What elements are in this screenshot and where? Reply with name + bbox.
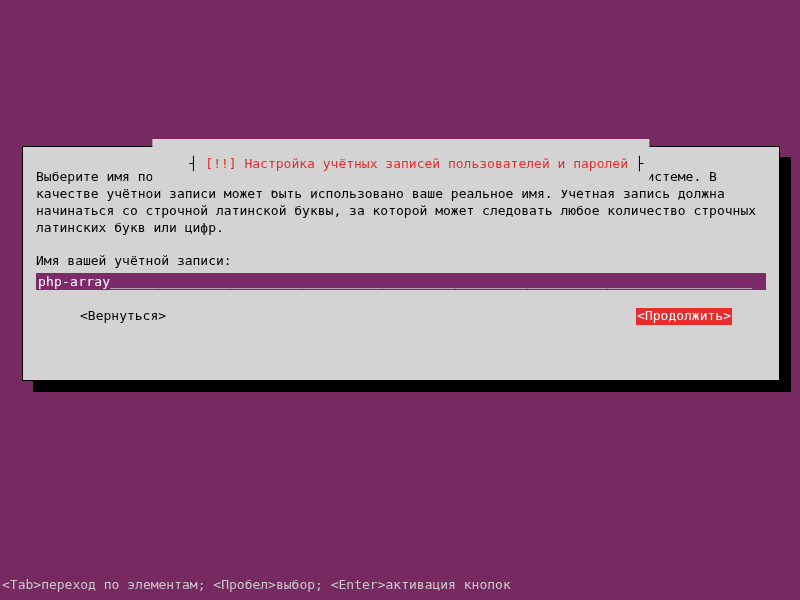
dialog-title: ┤ [!!] Настройка учётных записей пользов…: [152, 139, 649, 190]
title-bracket-right: ├: [636, 156, 644, 171]
prompt-label: Имя вашей учётной записи:: [36, 253, 766, 270]
dialog: ┤ [!!] Настройка учётных записей пользов…: [22, 146, 780, 381]
statusbar: <Tab>переход по элементам; <Пробел>выбор…: [2, 577, 511, 594]
title-marker: [!!]: [205, 156, 236, 171]
username-input[interactable]: php-array_______________________________…: [36, 273, 766, 290]
dialog-buttons: <Вернуться> <Продолжить>: [36, 308, 766, 325]
continue-button[interactable]: <Продолжить>: [636, 308, 732, 325]
title-bracket-left: ┤: [190, 156, 206, 171]
title-text: Настройка учётных записей пользователей …: [237, 156, 636, 171]
back-button[interactable]: <Вернуться>: [80, 308, 166, 325]
